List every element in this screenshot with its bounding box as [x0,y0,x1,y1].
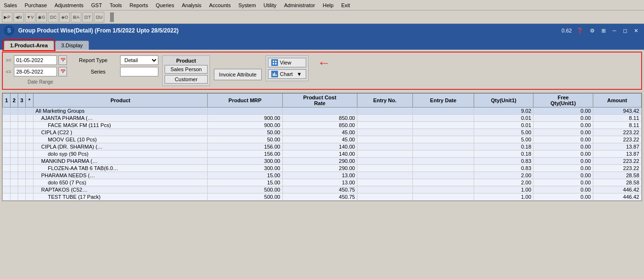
menu-reports[interactable]: Reports [126,1,152,9]
date-from-input[interactable] [14,55,57,65]
table-row[interactable]: CIPLA (DR. SHARMA) (… 156.00 140.00 0.18… [3,143,642,150]
invoice-attribute-button[interactable]: Invoice Attribute [214,69,262,80]
customer-button[interactable]: Customer [165,75,208,84]
row-qty: 0.01 [474,122,533,129]
series-label: Series [79,69,117,75]
row-col2 [11,165,18,172]
menu-purchase[interactable]: Purchase [21,1,51,9]
svg-rect-6 [273,74,274,76]
row-amount: 446.42 [593,193,641,201]
content-area: >= 📅 <= 📅 Date Range Report Type Detail … [0,50,644,203]
series-input[interactable] [120,67,158,76]
chart-dropdown-icon[interactable]: ▼ [297,71,302,77]
report-type-select[interactable]: Detail Summary [120,55,158,65]
table-row[interactable]: All Marketing Groups 9.02 0.00 943.42 [3,107,642,115]
table-row[interactable]: MOOV GEL (10 Pcs) 50.00 45.00 5.00 0.00 … [3,136,642,143]
app-logo: S [4,25,14,36]
row-col2 [11,186,18,193]
row-product: dolo syp (90 Pcs) [33,150,208,158]
close-btn[interactable]: ✕ [632,27,640,35]
menu-gst[interactable]: GST [88,1,106,9]
table-row[interactable]: FACE MASK FM (111 Pcs) 900.00 850.00 0.0… [3,122,642,129]
table-row[interactable]: PHARAMA NEEDS (… 15.00 13.00 2.00 0.00 2… [3,172,642,179]
row-free-qty: 0.00 [533,179,593,186]
row-entry-date [412,193,474,201]
toolbar-btn-9[interactable]: ⊡U [94,12,104,22]
view-chart-section: View Chart ▼ [266,55,309,81]
row-amount: 28.58 [593,172,641,179]
menu-analysis[interactable]: Analysis [178,1,205,9]
help-icon[interactable]: ❓ [575,27,585,35]
toolbar-btn-2[interactable]: ◀N [13,12,24,22]
toolbar-btn-1[interactable]: ▶P [2,12,12,22]
row-col1 [3,179,11,186]
row-qty: 0.83 [474,165,533,172]
view-button[interactable]: View [268,58,306,67]
menu-utility[interactable]: Utility [260,1,280,9]
row-entry-date [412,143,474,150]
row-free-qty: 0.00 [533,136,593,143]
table-row[interactable]: CIPLA (C22 ) 50.00 45.00 5.00 0.00 223.2… [3,129,642,136]
table-row[interactable]: dolo syp (90 Pcs) 156.00 140.00 0.18 0.0… [3,150,642,158]
table-row[interactable]: RAPTAKOS (C52… 500.00 450.75 1.00 0.00 4… [3,186,642,193]
settings-icon[interactable]: ⚙ [588,27,597,35]
restore-btn[interactable]: ◻ [621,27,629,35]
menu-administrator[interactable]: Administrator [280,1,319,9]
row-col-star [26,143,33,150]
row-col-star [26,136,33,143]
date-from-calendar[interactable]: 📅 [58,55,67,65]
row-col-star [26,186,33,193]
row-cost-rate: 290.00 [282,158,357,165]
row-col3 [18,136,26,143]
tab-display[interactable]: 3.Display [55,41,89,50]
menu-accounts[interactable]: Accounts [205,1,234,9]
table-row[interactable]: AJANTA PHARMA (… 900.00 850.00 0.01 0.00… [3,115,642,122]
row-col2 [11,122,18,129]
menu-queries[interactable]: Queries [152,1,178,9]
row-col1 [3,107,11,115]
date-to-input[interactable] [14,67,57,76]
table-row[interactable]: dolo 650 (7 Pcs) 15.00 13.00 2.00 0.00 2… [3,179,642,186]
date-to-calendar[interactable]: 📅 [58,67,67,76]
menu-system[interactable]: System [234,1,260,9]
toolbar-btn-7[interactable]: ⊞A [71,12,81,22]
toolbar-btn-4[interactable]: ◉G [36,12,47,22]
row-product: dolo 650 (7 Pcs) [33,179,208,186]
toolbar-btn-8[interactable]: ⊡T [82,12,93,22]
menu-tools[interactable]: Tools [106,1,126,9]
menu-sales[interactable]: Sales [0,1,21,9]
row-free-qty: 0.00 [533,115,593,122]
table-row[interactable]: MANKIND PHARMA (… 300.00 290.00 0.83 0.0… [3,158,642,165]
table-row[interactable]: FLOZEN-AA TAB 6 TAB(6.0… 300.00 290.00 0… [3,165,642,172]
chart-button[interactable]: Chart ▼ [268,69,306,79]
row-amount: 446.42 [593,186,641,193]
col-header-3: 3 [18,94,26,107]
sales-person-button[interactable]: Sales Person [165,65,208,74]
menu-adjustments[interactable]: Adjustments [51,1,88,9]
row-entry-date [412,179,474,186]
minimize-btn[interactable]: ─ [611,27,618,34]
filter-panel: >= 📅 <= 📅 Date Range Report Type Detail … [2,52,642,90]
tab-product-area[interactable]: 1.Product-Area [4,41,54,50]
row-product: All Marketing Groups [33,107,208,115]
row-entry-date [412,136,474,143]
menu-help[interactable]: Help [319,1,338,9]
chart-label: Chart [280,71,293,77]
row-amount: 223.22 [593,158,641,165]
row-cost-rate: 13.00 [282,179,357,186]
toolbar-btn-5[interactable]: ⊡C [48,12,58,22]
row-mrp: 15.00 [208,179,282,186]
row-col1 [3,129,11,136]
row-col-star [26,122,33,129]
row-col2 [11,172,18,179]
toolbar-btn-3[interactable]: ▼V [25,12,35,22]
menu-exit[interactable]: Exit [337,1,354,9]
table-row[interactable]: TEST TUBE (17 Pack) 500.00 450.75 1.00 0… [3,193,642,201]
row-cost-rate: 140.00 [282,150,357,158]
row-col3 [18,186,26,193]
grid-icon[interactable]: ⊞ [600,27,608,35]
toolbar-btn-6[interactable]: ◈O [59,12,70,22]
row-product: AJANTA PHARMA (… [33,115,208,122]
row-product: MOOV GEL (10 Pcs) [33,136,208,143]
row-qty: 2.00 [474,179,533,186]
